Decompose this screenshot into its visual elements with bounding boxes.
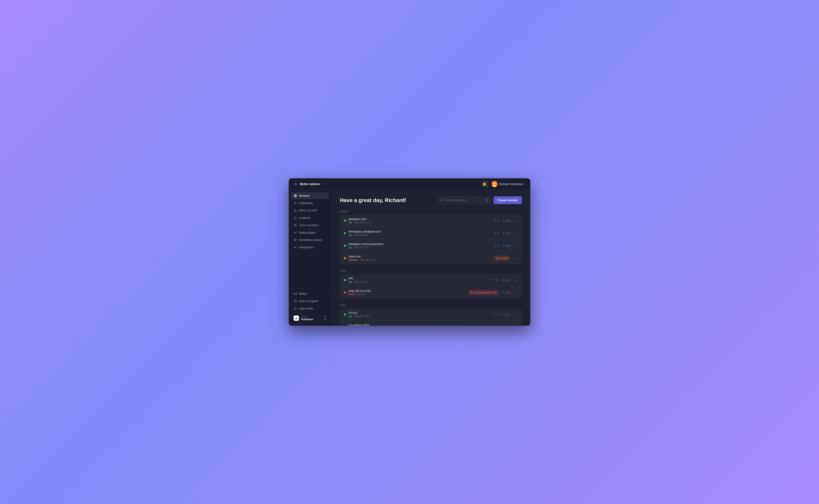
svg-point-33 — [514, 234, 515, 234]
header-actions: / Create monitor — [438, 196, 522, 204]
heart-icon — [494, 313, 497, 316]
svg-point-37 — [514, 246, 515, 247]
user-menu-button[interactable]: Richard Hendricks ▾ — [491, 181, 525, 187]
svg-rect-13 — [294, 293, 297, 295]
sun-icon — [294, 307, 297, 310]
svg-point-34 — [515, 234, 516, 234]
status-dot — [344, 220, 346, 222]
more-options-button[interactable] — [513, 255, 518, 261]
sidebar-item-billing[interactable]: Billing — [291, 290, 329, 297]
incident-badge[interactable]: Ongoing incident› — [468, 290, 499, 295]
monitor-group-stacket: Stacketpiedpiper.comUp · 200d 18h 41m230… — [340, 210, 522, 264]
more-options-button[interactable] — [513, 277, 518, 283]
hearts-meta: 22 — [492, 279, 499, 282]
sidebar-item-incidents[interactable]: Incidents — [291, 214, 329, 221]
monitor-row[interactable]: CloudFlare DNSUp · 200d 18h 41m01m — [340, 321, 522, 326]
sidebar-item-help-support[interactable]: Help & Support — [291, 298, 329, 305]
monitor-row[interactable]: developers.piedpiper.comUp · 60d 09h 39m… — [340, 227, 522, 240]
heart-count: 2 — [498, 219, 499, 222]
monitor-name: 8.8.8.8 — [348, 311, 492, 314]
sidebar-item-monitors[interactable]: Monitors — [291, 192, 329, 199]
team-label: Team — [301, 315, 322, 318]
monitor-row[interactable]: ping 192.0.0.0/24Down · 1h 09mOngoing in… — [340, 286, 522, 299]
sidebar-item-integrations-label: Integrations — [299, 246, 314, 249]
sidebar-item-integrations[interactable]: Integrations — [291, 244, 329, 251]
svg-point-40 — [496, 257, 498, 259]
interval-meta: 1m — [503, 325, 510, 326]
monitor-row[interactable]: 8.8.8.8Up · 165d 12h 35m01m — [340, 308, 522, 321]
search-icon — [440, 199, 443, 202]
more-options-button[interactable] — [513, 231, 518, 236]
notification-button[interactable]: 🔔 — [481, 181, 488, 188]
team-area[interactable]: Team PiedPiper ▲ ▼ — [291, 313, 329, 323]
sidebar-item-heartbeats[interactable]: Heartbeats — [291, 200, 329, 207]
monitor-info: APIUp · 23d 01h 12m — [348, 277, 490, 283]
svg-point-57 — [515, 315, 516, 315]
team-expand-icon: ▲ ▼ — [324, 315, 327, 321]
monitor-group-other: OtherAPIUp · 23d 01h 12m2230sping 192.0.… — [340, 269, 522, 299]
sidebar-item-escalation-policies-label: Escalation policies — [299, 238, 322, 242]
clock-icon — [502, 279, 505, 281]
interval-meta: 30s — [502, 291, 510, 294]
monitor-status: Up · 200d 18h 41m — [348, 221, 491, 224]
logo-area[interactable]: Better Uptime ▾ — [294, 182, 323, 186]
monitor-row[interactable]: APIUp · 23d 01h 12m2230s — [340, 274, 522, 286]
paused-badge: Paused — [494, 256, 510, 261]
clock-icon — [502, 232, 505, 235]
monitor-row[interactable]: hooli.comPaused · 200d 18h 41mPaused — [340, 252, 522, 264]
sidebar-item-light-mode[interactable]: Light mode — [291, 305, 329, 312]
globe-icon — [294, 194, 297, 197]
sidebar-item-status-pages[interactable]: Status pages — [291, 229, 329, 236]
more-options-button[interactable] — [513, 312, 518, 317]
search-input[interactable] — [445, 199, 484, 202]
clock-icon — [503, 326, 506, 326]
status-dot — [344, 232, 346, 234]
monitor-meta: 2230s — [492, 279, 510, 282]
help-icon — [294, 299, 297, 303]
status-text: Up — [348, 315, 352, 318]
gear-icon — [294, 246, 297, 249]
logo-chevron: ▾ — [322, 183, 323, 185]
more-options-button[interactable] — [513, 324, 518, 326]
hearts-meta: 2 — [494, 219, 499, 222]
more-options-button[interactable] — [513, 243, 518, 248]
heart-count: 22 — [496, 279, 499, 282]
monitor-meta: 430s — [494, 232, 510, 235]
logo-text: Better Uptime — [300, 182, 320, 186]
monitor-row[interactable]: piedpiper.com/compressionUp · 35d 04h 22… — [340, 240, 522, 252]
sidebar-item-team-members[interactable]: Team members — [291, 222, 329, 229]
sidebar-item-whos-on-call-label: Who's on call? — [299, 209, 318, 212]
monitor-row[interactable]: piedpiper.comUp · 200d 18h 41m230s — [340, 215, 522, 227]
svg-point-2 — [493, 185, 496, 187]
group-label: Other — [340, 269, 522, 272]
svg-point-1 — [493, 182, 495, 184]
monitor-info: developers.piedpiper.comUp · 60d 09h 39m — [348, 230, 491, 236]
sidebar-item-whos-on-call[interactable]: Who's on call? — [291, 207, 329, 214]
svg-point-5 — [294, 224, 295, 225]
more-options-button[interactable] — [513, 218, 518, 223]
monitor-status: Up · 165d 12h 35m — [348, 315, 492, 318]
monitor-list: piedpiper.comUp · 200d 18h 41m230sdevelo… — [340, 215, 522, 264]
svg-point-56 — [514, 315, 515, 315]
interval-text: 1m — [507, 313, 510, 316]
create-monitor-button[interactable]: Create monitor — [493, 196, 522, 204]
clock-icon — [503, 313, 506, 316]
phone-icon — [294, 209, 297, 212]
interval-meta: 1m — [503, 313, 510, 316]
svg-point-58 — [516, 315, 517, 315]
interval-text: 30s — [506, 232, 510, 235]
status-text: Up — [348, 246, 352, 249]
heart-icon — [494, 232, 497, 235]
top-bar-right: 🔔 Richard Hendricks ▾ — [481, 181, 525, 188]
heart-count: 0 — [498, 325, 500, 326]
svg-point-43 — [514, 259, 515, 259]
interval-meta: 30s — [502, 279, 510, 282]
sidebar-item-escalation-policies[interactable]: Escalation policies — [291, 236, 329, 243]
incident-arrow: › — [494, 291, 497, 294]
heart-count: 0 — [498, 313, 500, 316]
interval-meta: 30s — [502, 219, 510, 222]
monitor-name: ping 192.0.0.0/24 — [348, 289, 466, 293]
group-label: DNS — [340, 304, 522, 307]
svg-point-49 — [516, 280, 517, 281]
more-options-button[interactable] — [513, 290, 518, 295]
